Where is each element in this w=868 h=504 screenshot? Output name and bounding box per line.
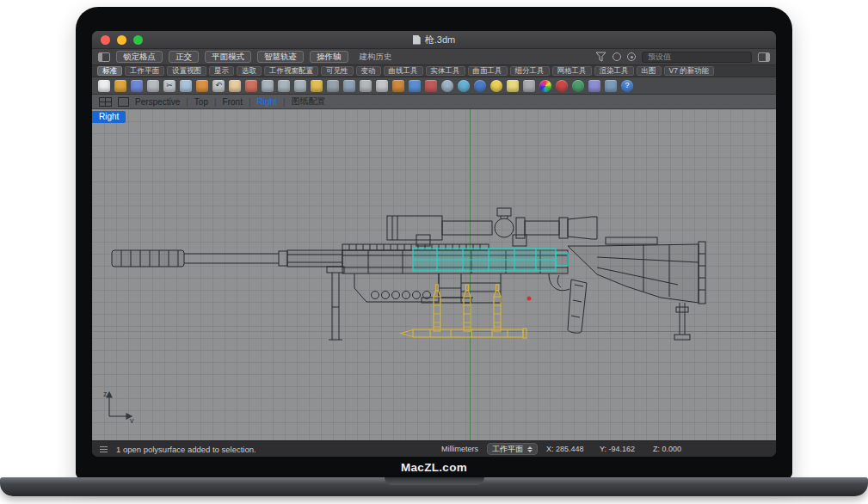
undo-icon[interactable]: ↶ <box>212 80 225 92</box>
ribbon-tab-7[interactable]: 变动 <box>356 66 381 76</box>
pan-view-icon[interactable] <box>343 80 355 92</box>
zoom-window-icon[interactable] <box>278 80 290 92</box>
sun-icon[interactable] <box>490 80 502 92</box>
viewport-tab-right[interactable]: Right <box>257 97 277 107</box>
spotlight-icon[interactable] <box>507 80 519 92</box>
status-message: 1 open polysurface added to selection. <box>116 445 433 454</box>
copy-icon[interactable] <box>180 80 192 92</box>
shaded-view-icon[interactable] <box>458 80 470 92</box>
undo-view-icon[interactable] <box>327 80 339 92</box>
zoom-selected-icon[interactable] <box>311 80 323 92</box>
record-history-icon[interactable] <box>425 80 437 92</box>
rhino-app-window: 枪.3dm 锁定格点正交平面模式智慧轨迹操作轴 建构历史 标准工作平面设置视图显… <box>92 31 776 457</box>
right-sidebar-toggle-icon[interactable] <box>758 52 770 62</box>
print-icon[interactable] <box>147 80 159 92</box>
rendered-view-icon[interactable] <box>474 80 486 92</box>
zoom-extents-icon[interactable] <box>294 80 306 92</box>
ribbon-tab-5[interactable]: 工作视窗配置 <box>264 66 318 76</box>
ribbon-tab-13[interactable]: 渲染工具 <box>594 66 634 76</box>
environment-icon[interactable] <box>572 80 584 92</box>
ribbon-tab-3[interactable]: 显示 <box>209 66 234 76</box>
properties-icon[interactable] <box>605 80 617 92</box>
paste-icon[interactable] <box>196 80 208 92</box>
ribbon-tab-12[interactable]: 网格工具 <box>552 66 592 76</box>
toggle-button-group: 锁定格点正交平面模式智慧轨迹操作轴 <box>116 51 348 63</box>
ribbon-tab-9[interactable]: 实体工具 <box>426 66 465 76</box>
laptop-bezel: 枪.3dm 锁定格点正交平面模式智慧轨迹操作轴 建构历史 标准工作平面设置视图显… <box>76 7 792 478</box>
viewport-tab-layout[interactable]: 图纸配置 <box>292 95 326 108</box>
ribbon-tab-2[interactable]: 设置视图 <box>167 66 206 76</box>
coord-x: X: 285.448 <box>546 445 591 453</box>
units-pane[interactable]: Millimeters <box>441 445 478 453</box>
viewport-tab-top[interactable]: Top <box>194 97 208 107</box>
cplane-axis-indicator: z y <box>102 389 137 423</box>
origin-point <box>527 297 532 301</box>
y-axis-label: y <box>130 416 134 423</box>
selection-list-icon <box>100 446 108 452</box>
document-icon <box>413 35 421 45</box>
gumball-tool-icon[interactable] <box>409 80 421 92</box>
z-axis-label: z <box>103 390 108 398</box>
popup-arrows-icon <box>527 446 532 452</box>
zoom-dynamic-icon[interactable] <box>262 80 274 92</box>
cut-icon[interactable]: ✂ <box>163 80 175 92</box>
color-wheel-icon[interactable] <box>539 80 551 92</box>
ribbon-tab-4[interactable]: 选取 <box>237 66 262 76</box>
filter-icon[interactable] <box>595 52 606 62</box>
ribbon-tab-0[interactable]: 标准 <box>97 66 122 76</box>
history-toggle[interactable]: 建构历史 <box>360 52 392 63</box>
open-folder-icon[interactable] <box>114 80 126 92</box>
set-cplane-icon[interactable] <box>376 80 388 92</box>
viewport-canvas[interactable]: Right z y <box>92 109 776 440</box>
left-sidebar-toggle-icon[interactable] <box>98 52 110 62</box>
stage: 枪.3dm 锁定格点正交平面模式智慧轨迹操作轴 建构历史 标准工作平面设置视图显… <box>0 0 868 504</box>
laptop-brand-text: MacZL.com <box>76 461 792 474</box>
ribbon-tab-10[interactable]: 曲面工具 <box>468 66 508 76</box>
toggle-bar: 锁定格点正交平面模式智慧轨迹操作轴 建构历史 <box>92 49 776 65</box>
viewport-tab-perspective[interactable]: Perspective <box>135 97 180 107</box>
coord-y: Y: -94.162 <box>600 445 644 453</box>
window-title: 枪.3dm <box>425 34 455 46</box>
four-viewport-layout-icon[interactable] <box>99 97 112 107</box>
material-sphere-icon[interactable] <box>556 80 568 92</box>
viewport-tab-list: Perspective|Top|Front|Right|图纸配置 <box>135 95 326 108</box>
osnap-icon[interactable] <box>392 80 404 92</box>
ribbon-tab-1[interactable]: 工作平面 <box>125 66 164 76</box>
wireframe-view-icon[interactable] <box>441 80 453 92</box>
new-file-icon[interactable] <box>98 80 110 92</box>
single-viewport-icon[interactable] <box>118 97 129 107</box>
move-icon[interactable] <box>245 80 257 92</box>
layers-icon[interactable] <box>588 80 600 92</box>
main-toolbar: ✂↶? <box>92 77 776 95</box>
separator: | <box>214 97 217 107</box>
viewport-tab-front[interactable]: Front <box>223 97 243 107</box>
selected-polysurface-highlight <box>413 249 568 271</box>
ribbon-tab-14[interactable]: 出图 <box>637 66 662 76</box>
ribbon-tab-15[interactable]: V7 的新功能 <box>664 66 715 76</box>
pan-hand-icon[interactable] <box>229 80 241 92</box>
smarttrack-toggle[interactable]: 智慧轨迹 <box>257 51 304 63</box>
viewport-title-badge[interactable]: Right <box>92 111 126 123</box>
lock-icon[interactable] <box>523 80 535 92</box>
gumball-toggle[interactable]: 操作轴 <box>310 51 348 63</box>
ribbon-tab-6[interactable]: 可见性 <box>321 66 354 76</box>
laptop-lid-notch <box>385 477 484 485</box>
rotate-view-icon[interactable] <box>360 80 372 92</box>
ortho-toggle[interactable]: 正交 <box>169 51 199 63</box>
target-icon[interactable] <box>627 52 636 61</box>
preset-input[interactable] <box>642 52 752 63</box>
ribbon-tab-8[interactable]: 曲线工具 <box>384 66 423 76</box>
status-bar: 1 open polysurface added to selection. M… <box>92 440 776 457</box>
cplane-label: 工作平面 <box>492 444 523 455</box>
laptop-base <box>0 477 868 496</box>
cycle-icon[interactable] <box>613 52 621 61</box>
ribbon-tab-11[interactable]: 细分工具 <box>510 66 550 76</box>
separator: | <box>283 97 286 107</box>
grid-snap-toggle[interactable]: 锁定格点 <box>116 51 163 63</box>
save-icon[interactable] <box>131 80 143 92</box>
rifle-model <box>110 206 712 352</box>
coord-z: Z: 0.000 <box>653 445 698 453</box>
cplane-popup[interactable]: 工作平面 <box>487 443 538 455</box>
planar-toggle[interactable]: 平面模式 <box>205 51 251 63</box>
help-icon[interactable]: ? <box>621 80 633 92</box>
